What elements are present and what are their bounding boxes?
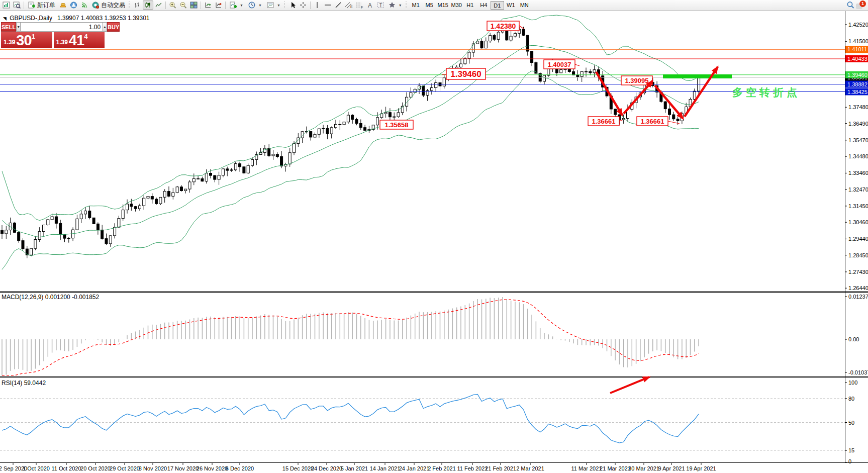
svg-text:21 Mar 2021: 21 Mar 2021 — [600, 465, 631, 471]
svg-text:1.30460: 1.30460 — [848, 219, 868, 225]
timeframe-w1-button[interactable]: W1 — [504, 1, 518, 10]
trendline-tool-icon[interactable] — [333, 1, 344, 10]
auto-scroll-icon[interactable] — [203, 1, 213, 10]
vertical-line-tool-icon[interactable] — [312, 1, 323, 10]
svg-text:5 Jan 2021: 5 Jan 2021 — [341, 465, 368, 471]
horizontal-line-tool-icon[interactable] — [323, 1, 333, 10]
text-tool-icon[interactable]: A — [365, 1, 375, 10]
deposit-icon[interactable] — [58, 1, 68, 10]
notification-count-badge: 1 — [859, 1, 866, 7]
fibonacci-tool-icon[interactable]: F — [354, 1, 365, 10]
svg-text:1.27430: 1.27430 — [848, 269, 868, 275]
svg-text:1.42380: 1.42380 — [491, 22, 516, 30]
autotrading-label: 自动交易 — [101, 1, 125, 10]
main-toolbar: 新订单 自动交易 ▼ ▼ ▼ E F A T ▼ M1 M5 M15 M30 H… — [0, 0, 868, 11]
chart-title: ◥ GBPUSD-,Daily 1.39907 1.40083 1.39253 … — [3, 15, 150, 22]
line-chart-type-icon[interactable] — [153, 1, 164, 10]
cursor-icon[interactable] — [287, 1, 298, 10]
templates-button[interactable]: ▼ — [264, 1, 283, 10]
crosshair-icon[interactable] — [298, 1, 309, 10]
svg-text:80: 80 — [848, 396, 854, 402]
tile-windows-icon[interactable] — [188, 1, 199, 10]
svg-text:2 Feb 2021: 2 Feb 2021 — [428, 465, 456, 471]
buy-quote[interactable]: 1.39 41 4 — [54, 32, 105, 48]
timeframe-h1-button[interactable]: H1 — [463, 1, 477, 10]
autotrading-icon — [92, 2, 99, 9]
indicators-icon — [230, 2, 237, 9]
volume-decrease-button[interactable]: ▼ — [16, 22, 21, 32]
community-icon[interactable] — [68, 1, 79, 10]
candlestick-chart-type-icon[interactable] — [143, 1, 153, 10]
svg-text:T: T — [379, 3, 382, 8]
macd-main-value: 0.001200 — [45, 294, 70, 301]
buy-button[interactable]: BUY — [107, 22, 120, 32]
svg-text:1.39460: 1.39460 — [847, 72, 867, 78]
equidistant-channel-tool-icon[interactable]: E — [344, 1, 354, 10]
autotrading-button[interactable]: 自动交易 — [89, 1, 128, 10]
svg-text:21 Feb 2021: 21 Feb 2021 — [485, 465, 516, 471]
separator — [165, 2, 166, 9]
dropdown-arrow-icon: ▼ — [399, 4, 402, 7]
svg-text:9 Apr 2021: 9 Apr 2021 — [658, 465, 685, 471]
indicators-button[interactable]: ▼ — [227, 1, 246, 10]
svg-text:E: E — [350, 5, 353, 9]
svg-text:8 Nov 2020: 8 Nov 2020 — [139, 465, 167, 471]
dropdown-arrow-icon: ▼ — [277, 4, 280, 7]
shapes-tool-button[interactable]: ▼ — [386, 1, 405, 10]
chart-shift-icon[interactable] — [213, 1, 224, 10]
sell-price-pip: 1 — [32, 33, 35, 40]
timeframe-d1-button[interactable]: D1 — [491, 1, 504, 10]
separator — [225, 2, 226, 9]
chart-profile-icon[interactable] — [12, 1, 22, 10]
svg-text:1.36661: 1.36661 — [641, 118, 664, 125]
svg-text:1.29440: 1.29440 — [848, 236, 868, 242]
svg-text:1.41011: 1.41011 — [847, 46, 867, 52]
svg-text:0: 0 — [848, 458, 851, 464]
svg-text:1.41500: 1.41500 — [848, 38, 868, 44]
svg-text:1.31450: 1.31450 — [848, 203, 868, 209]
bar-chart-type-icon[interactable] — [132, 1, 143, 10]
buy-price-prefix: 1.39 — [56, 39, 68, 46]
timeframe-m1-button[interactable]: M1 — [409, 1, 423, 10]
timeframe-m15-button[interactable]: M15 — [436, 1, 450, 10]
search-icon[interactable] — [845, 1, 856, 10]
sell-button[interactable]: SELL — [1, 22, 16, 32]
mt4-window: { "toolbar": { "new_order": "新订单", "auto… — [0, 0, 868, 473]
timeframe-h4-button[interactable]: H4 — [477, 1, 491, 10]
support-highlight-bar[interactable] — [663, 74, 732, 78]
svg-text:1.36661: 1.36661 — [592, 118, 616, 125]
svg-text:100: 100 — [848, 380, 857, 386]
zoom-out-icon[interactable] — [178, 1, 188, 10]
periods-button[interactable]: ▼ — [246, 1, 264, 10]
svg-text:F: F — [361, 6, 363, 9]
volume-input[interactable] — [21, 22, 103, 32]
price-chart-canvas[interactable]: 1.425201.415001.374801.364901.354701.344… — [0, 11, 868, 473]
timeframe-m30-button[interactable]: M30 — [450, 1, 463, 10]
text-label-tool-icon[interactable]: T — [375, 1, 386, 10]
signals-icon[interactable] — [79, 1, 89, 10]
toolbar-grip — [406, 2, 408, 9]
notifications-button[interactable]: 1 — [856, 1, 866, 10]
svg-text:-0.010374: -0.010374 — [848, 369, 868, 375]
volume-increase-button[interactable]: ▲ — [103, 22, 107, 32]
timeframe-mn-button[interactable]: MN — [518, 1, 531, 10]
macd-signal-value: -0.001852 — [72, 294, 99, 301]
new-order-button[interactable]: 新订单 — [26, 1, 58, 10]
clock-icon — [248, 2, 255, 9]
toolbar-grip — [284, 2, 286, 9]
new-order-label: 新订单 — [37, 1, 55, 10]
bull-bear-turning-point-note[interactable]: 多空转折点 — [732, 86, 800, 99]
svg-text:19 Apr 2021: 19 Apr 2021 — [686, 465, 716, 471]
svg-text:15: 15 — [848, 447, 854, 453]
charts-window-icon[interactable] — [1, 1, 12, 10]
svg-text:1.36490: 1.36490 — [848, 121, 868, 127]
chart-background — [0, 11, 868, 473]
svg-text:30 Mar 2021: 30 Mar 2021 — [628, 465, 659, 471]
svg-text:0.012372: 0.012372 — [848, 294, 868, 300]
svg-text:1 Oct 2020: 1 Oct 2020 — [23, 465, 50, 471]
timeframe-m5-button[interactable]: M5 — [423, 1, 436, 10]
svg-text:0.00: 0.00 — [848, 336, 859, 342]
sell-quote[interactable]: 1.39 30 1 — [1, 32, 52, 48]
zoom-in-icon[interactable] — [167, 1, 178, 10]
svg-text:1.39095: 1.39095 — [625, 77, 649, 84]
